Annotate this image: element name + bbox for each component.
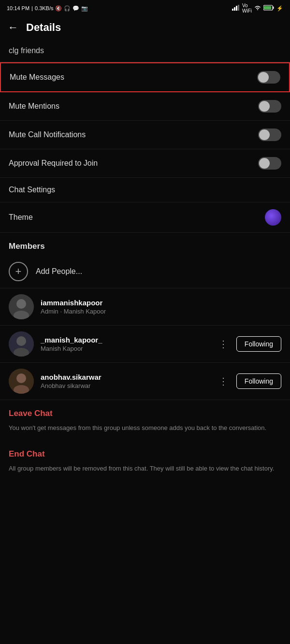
svg-rect-2	[236, 6, 237, 11]
svg-rect-6	[273, 7, 274, 9]
following-button[interactable]: Following	[236, 336, 281, 352]
mute-call-notifications-toggle[interactable]	[258, 129, 281, 141]
vo-wifi-icon: VoWiFi	[242, 3, 252, 14]
charging-icon: ⚡	[276, 5, 283, 12]
mute-call-notifications-row[interactable]: Mute Call Notifications	[0, 121, 290, 149]
avatar	[9, 369, 34, 394]
mute-mentions-row[interactable]: Mute Mentions	[0, 92, 290, 121]
members-section-header: Members	[0, 233, 290, 256]
end-chat-description: All group members will be removed from t…	[0, 462, 290, 481]
member-row: iammanishkapoor Admin · Manish Kapoor	[0, 288, 290, 326]
messenger-icon: 💬	[72, 5, 79, 12]
group-name: clg friends	[0, 41, 290, 62]
mute-messages-toggle[interactable]	[257, 71, 280, 84]
svg-point-11	[16, 336, 26, 346]
svg-rect-5	[264, 6, 271, 10]
status-right: VoWiFi ⚡	[232, 3, 283, 14]
theme-label: Theme	[9, 213, 33, 222]
network-speed: |	[31, 5, 33, 11]
member-info: _manish_kapoor_ Manish Kapoor	[41, 336, 209, 352]
member-actions: ⋮ Following	[216, 373, 281, 389]
headphone-icon: 🎧	[64, 5, 71, 12]
chat-settings-row[interactable]: Chat Settings	[0, 178, 290, 202]
add-people-row[interactable]: + Add People...	[0, 256, 290, 288]
status-bar: 10:14 PM | 0.3KB/s 🔇 🎧 💬 📷 VoWiFi ⚡	[0, 0, 290, 16]
instagram-icon: 📷	[81, 5, 88, 12]
member-row: anobhav.sikarwar Anobhav sikarwar ⋮ Foll…	[0, 363, 290, 400]
page-title: Details	[26, 21, 61, 34]
svg-rect-1	[234, 7, 235, 11]
network-info: 0.3KB/s	[35, 5, 54, 11]
leave-chat-label[interactable]: Leave Chat	[0, 400, 290, 421]
mute-messages-row[interactable]: Mute Messages	[0, 62, 290, 92]
member-subtext: Anobhav sikarwar	[41, 382, 209, 389]
leave-chat-description: You won't get messages from this group u…	[0, 421, 290, 441]
avatar	[9, 294, 34, 319]
mute-icon: 🔇	[55, 5, 62, 12]
approval-required-row[interactable]: Approval Required to Join	[0, 149, 290, 178]
status-left: 10:14 PM | 0.3KB/s 🔇 🎧 💬 📷	[7, 5, 88, 12]
approval-required-label: Approval Required to Join	[9, 159, 98, 168]
mute-call-notifications-label: Mute Call Notifications	[9, 130, 86, 139]
member-row: _manish_kapoor_ Manish Kapoor ⋮ Followin…	[0, 326, 290, 363]
time: 10:14 PM	[7, 5, 29, 11]
wifi-icon	[254, 5, 261, 12]
mute-messages-label: Mute Messages	[10, 73, 64, 82]
member-username: _manish_kapoor_	[41, 336, 209, 344]
mute-mentions-label: Mute Mentions	[9, 102, 59, 111]
add-people-label: Add People...	[36, 267, 82, 276]
member-options-button[interactable]: ⋮	[216, 336, 232, 352]
back-button[interactable]: ←	[8, 21, 18, 34]
header: ← Details	[0, 16, 290, 41]
svg-rect-3	[238, 5, 239, 11]
member-info: iammanishkapoor Admin · Manish Kapoor	[41, 299, 281, 315]
member-username: anobhav.sikarwar	[41, 373, 209, 381]
signal-icon	[232, 5, 240, 12]
svg-point-14	[16, 373, 26, 383]
end-chat-label[interactable]: End Chat	[0, 441, 290, 462]
plus-icon: +	[9, 262, 28, 281]
svg-point-8	[16, 299, 26, 309]
member-subtext: Manish Kapoor	[41, 345, 209, 352]
member-actions: ⋮ Following	[216, 336, 281, 352]
svg-rect-0	[232, 9, 233, 11]
chat-settings-label: Chat Settings	[9, 186, 55, 194]
battery-icon	[263, 5, 274, 12]
theme-color-circle[interactable]	[265, 209, 281, 226]
theme-row[interactable]: Theme	[0, 202, 290, 233]
member-username: iammanishkapoor	[41, 299, 281, 307]
member-options-button[interactable]: ⋮	[216, 373, 232, 389]
member-subtext: Admin · Manish Kapoor	[41, 308, 281, 315]
approval-required-toggle[interactable]	[258, 157, 281, 170]
member-info: anobhav.sikarwar Anobhav sikarwar	[41, 373, 209, 389]
following-button[interactable]: Following	[236, 373, 281, 389]
mute-mentions-toggle[interactable]	[258, 100, 281, 113]
avatar	[9, 331, 34, 357]
